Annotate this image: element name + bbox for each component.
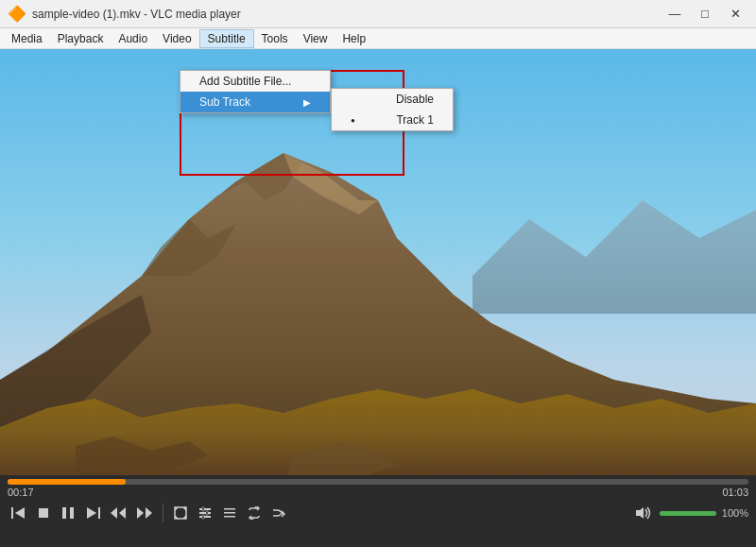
svg-rect-28	[199, 516, 211, 518]
minimize-button[interactable]: —	[662, 5, 688, 24]
volume-fill	[660, 511, 716, 516]
svg-rect-34	[224, 516, 235, 518]
progress-bar[interactable]	[8, 479, 748, 485]
svg-marker-20	[146, 507, 152, 519]
volume-area: 100%	[631, 502, 748, 524]
menu-video[interactable]: Video	[155, 30, 198, 47]
skip-fwd-button[interactable]	[81, 502, 104, 524]
window-title: sample-video (1).mkv - VLC media player	[32, 8, 241, 21]
subtitle-dropdown: Add Subtitle File... Sub Track ▶	[180, 70, 331, 113]
disable-item[interactable]: Disable	[332, 89, 453, 110]
svg-rect-30	[206, 511, 208, 515]
sub-track-arrow: ▶	[303, 97, 311, 108]
volume-label: 100%	[722, 507, 748, 519]
svg-rect-14	[70, 507, 74, 519]
svg-rect-26	[199, 508, 211, 510]
fullscreen-button[interactable]	[169, 502, 192, 524]
svg-marker-16	[87, 507, 96, 519]
track1-dot: ●	[351, 116, 364, 125]
subtrack-dropdown: Disable ● Track 1	[331, 88, 454, 131]
track1-item[interactable]: ● Track 1	[332, 110, 453, 130]
controls-row: 100%	[0, 498, 756, 528]
progress-fill	[8, 479, 126, 485]
progress-area	[0, 475, 756, 487]
menu-playback[interactable]: Playback	[50, 30, 112, 47]
menu-audio[interactable]: Audio	[111, 30, 155, 47]
menu-bar: Media Playback Audio Video Subtitle Tool…	[0, 28, 756, 49]
svg-marker-11	[15, 507, 25, 519]
menu-subtitle[interactable]: Subtitle	[199, 29, 254, 48]
svg-rect-13	[62, 507, 66, 519]
menu-media[interactable]: Media	[4, 30, 50, 47]
random-button[interactable]	[267, 502, 290, 524]
svg-marker-19	[137, 507, 144, 519]
svg-rect-27	[199, 512, 211, 514]
time-total: 01:03	[722, 487, 748, 498]
controls-separator	[163, 504, 163, 522]
skip-back-button[interactable]	[8, 502, 30, 524]
svg-rect-12	[39, 508, 48, 518]
play-pause-button[interactable]	[57, 502, 79, 524]
loop-button[interactable]	[243, 502, 266, 524]
maximize-button[interactable]: □	[692, 5, 718, 24]
title-bar: 🔶 sample-video (1).mkv - VLC media playe…	[0, 0, 756, 28]
svg-marker-38	[636, 507, 644, 519]
time-row: 00:17 01:03	[0, 487, 756, 498]
playlist-button[interactable]	[218, 502, 241, 524]
volume-icon-button[interactable]	[631, 502, 656, 524]
add-subtitle-item[interactable]: Add Subtitle File...	[180, 71, 330, 92]
svg-rect-29	[202, 507, 204, 511]
video-area: Add Subtitle File... Sub Track ▶ Disable…	[0, 49, 756, 496]
svg-rect-33	[224, 512, 235, 514]
control-bar: 00:17 01:03	[0, 475, 756, 547]
sub-track-item[interactable]: Sub Track ▶	[180, 92, 330, 112]
time-current: 00:17	[8, 487, 34, 498]
stop-button[interactable]	[32, 502, 55, 524]
vlc-app-icon: 🔶	[8, 5, 26, 23]
extended-settings-button[interactable]	[194, 502, 216, 524]
close-button[interactable]: ✕	[722, 5, 748, 24]
next-frame-button[interactable]	[132, 502, 157, 524]
svg-rect-15	[98, 507, 100, 519]
menu-help[interactable]: Help	[335, 30, 373, 47]
prev-frame-button[interactable]	[106, 502, 130, 524]
svg-rect-31	[202, 515, 204, 519]
svg-marker-18	[119, 507, 126, 519]
menu-tools[interactable]: Tools	[254, 30, 296, 47]
svg-rect-10	[11, 507, 13, 519]
svg-marker-17	[111, 507, 117, 519]
menu-view[interactable]: View	[296, 30, 335, 47]
title-left: 🔶 sample-video (1).mkv - VLC media playe…	[8, 5, 241, 23]
volume-slider[interactable]	[660, 511, 716, 516]
title-controls: — □ ✕	[662, 5, 748, 24]
svg-rect-32	[224, 508, 235, 510]
